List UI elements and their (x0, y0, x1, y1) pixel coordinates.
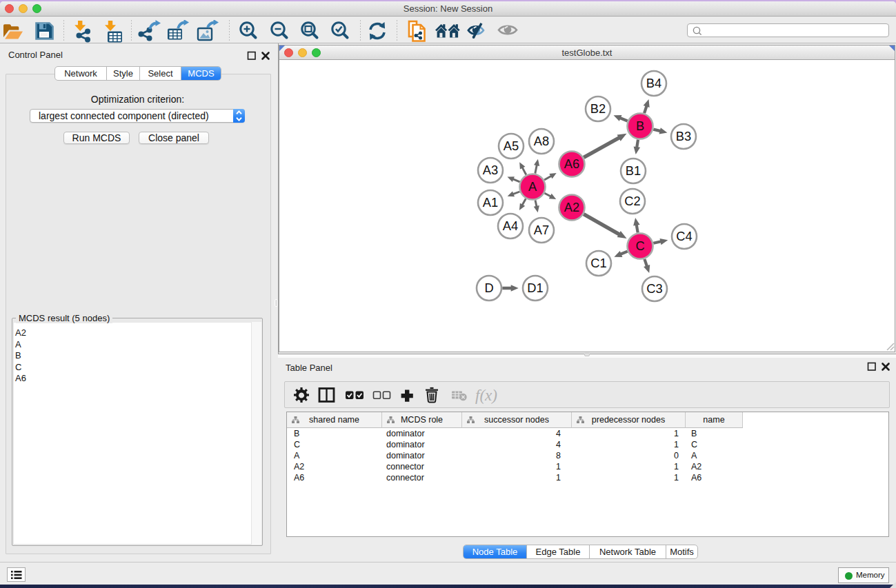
svg-text:f(x): f(x) (475, 387, 497, 404)
